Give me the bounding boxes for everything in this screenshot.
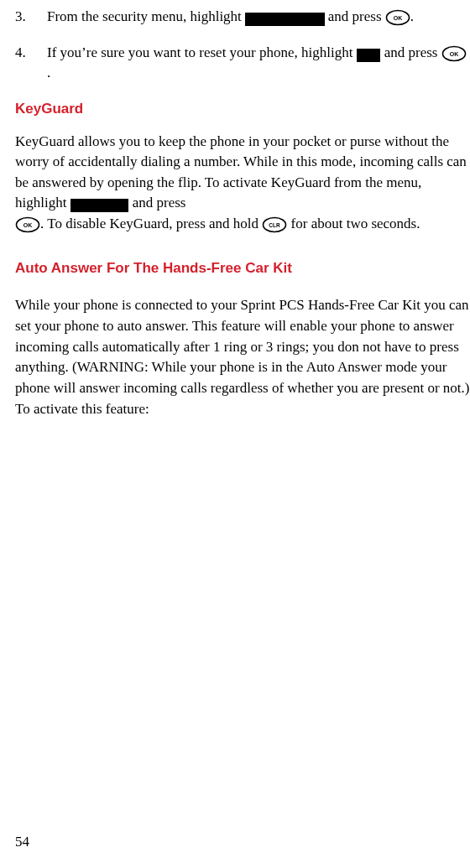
text: . To disable KeyGuard, press and hold: [40, 216, 262, 231]
step-4: 4. If you’re sure you want to reset your…: [15, 43, 470, 84]
keyguard-paragraph: KeyGuard allows you to keep the phone in…: [15, 132, 470, 235]
ok-key-icon: OK: [15, 216, 40, 233]
step-body: From the security menu, highlight Reset …: [47, 7, 470, 28]
text: and press: [128, 195, 185, 211]
step-body: If you’re sure you want to reset your ph…: [47, 43, 470, 84]
text: .: [47, 65, 50, 81]
heading-auto-answer: Auto Answer For The Hands-Free Car Kit: [15, 258, 470, 279]
ok-key-label: OK: [24, 222, 33, 228]
clr-key-icon: CLR: [262, 216, 287, 233]
clr-key-label: CLR: [269, 222, 281, 228]
text: and press: [325, 8, 385, 24]
step-number: 3.: [15, 7, 47, 28]
heading-keyguard: KeyGuard: [15, 99, 470, 120]
text: .: [410, 8, 414, 24]
ok-key-icon: OK: [385, 9, 410, 26]
page: 3. From the security menu, highlight Res…: [0, 0, 470, 868]
ok-key-icon: OK: [441, 45, 467, 62]
lcd-label-yes: Yes: [357, 49, 381, 62]
lcd-label-keyguard: KeyGuard: [70, 199, 129, 212]
auto-answer-paragraph: While your phone is connected to your Sp…: [15, 295, 470, 419]
text: and: [380, 44, 408, 60]
ok-key-label: OK: [394, 15, 403, 21]
step-3: 3. From the security menu, highlight Res…: [15, 7, 470, 28]
text: From the security menu, highlight: [47, 8, 245, 24]
text: press: [408, 44, 441, 60]
page-number: 54: [15, 832, 29, 853]
text: for about two seconds.: [287, 216, 420, 231]
step-number: 4.: [15, 43, 47, 84]
text: If you’re sure you want to reset your ph…: [47, 44, 357, 60]
svg-text:OK: OK: [449, 51, 458, 57]
lcd-label-reset-phone: Reset Phone: [245, 13, 324, 26]
